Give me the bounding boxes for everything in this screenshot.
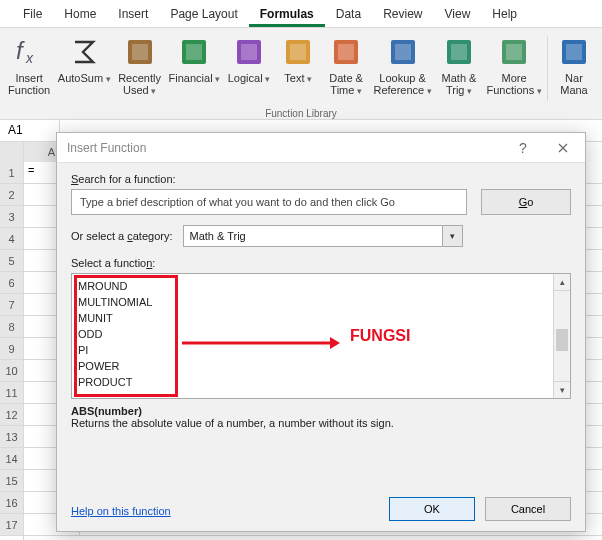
- recently-used-button[interactable]: Recently Used: [114, 32, 165, 119]
- financial-label: Financial: [169, 72, 221, 85]
- row-header[interactable]: 4: [0, 228, 23, 250]
- help-link[interactable]: Help on this function: [71, 505, 171, 517]
- go-button[interactable]: Go: [481, 189, 571, 215]
- function-list-item[interactable]: PI: [78, 342, 547, 358]
- financial-icon: [176, 34, 212, 70]
- financial-button[interactable]: Financial: [165, 32, 224, 119]
- row-header[interactable]: 3: [0, 206, 23, 228]
- insert-function-label: Insert Function: [8, 72, 50, 96]
- svg-rect-9: [290, 44, 306, 60]
- tab-insert[interactable]: Insert: [107, 3, 159, 27]
- recently-used-label: Recently Used: [118, 72, 161, 97]
- ribbon: fxInsert FunctionAutoSumRecently UsedFin…: [0, 28, 602, 120]
- dialog-titlebar: Insert Function ?: [57, 133, 585, 163]
- row-header[interactable]: 6: [0, 272, 23, 294]
- date-time-icon: [328, 34, 364, 70]
- dialog-close-button[interactable]: [543, 133, 583, 163]
- row-header[interactable]: 12: [0, 404, 23, 426]
- name-box-input[interactable]: [6, 122, 53, 138]
- autosum-icon: [66, 34, 102, 70]
- logical-button[interactable]: Logical: [224, 32, 274, 119]
- cancel-button[interactable]: Cancel: [485, 497, 571, 521]
- svg-rect-17: [506, 44, 522, 60]
- autosum-button[interactable]: AutoSum: [54, 32, 114, 119]
- tab-view[interactable]: View: [434, 3, 482, 27]
- dialog-help-button[interactable]: ?: [503, 133, 543, 163]
- tab-home[interactable]: Home: [53, 3, 107, 27]
- more-functions-button[interactable]: More Functions: [483, 32, 545, 119]
- math-trig-button[interactable]: Math & Trig: [435, 32, 483, 119]
- function-list-item[interactable]: MUNIT: [78, 310, 547, 326]
- row-header[interactable]: 1: [0, 162, 23, 184]
- logical-label: Logical: [228, 72, 270, 85]
- function-description: Returns the absolute value of a number, …: [71, 417, 571, 429]
- tab-review[interactable]: Review: [372, 3, 433, 27]
- function-list-item[interactable]: POWER: [78, 358, 547, 374]
- recently-used-icon: [122, 34, 158, 70]
- row-header[interactable]: 14: [0, 448, 23, 470]
- search-input[interactable]: Type a brief description of what you wan…: [71, 189, 467, 215]
- text-icon: [280, 34, 316, 70]
- category-label: Or select a category:: [71, 230, 173, 242]
- row-header[interactable]: 8: [0, 316, 23, 338]
- logical-icon: [231, 34, 267, 70]
- svg-rect-5: [186, 44, 202, 60]
- tab-formulas[interactable]: Formulas: [249, 3, 325, 27]
- listbox-scrollbar[interactable]: ▴ ▾: [553, 274, 570, 398]
- row-header[interactable]: 16: [0, 492, 23, 514]
- row-header[interactable]: 10: [0, 360, 23, 382]
- date-time-button[interactable]: Date & Time: [322, 32, 370, 119]
- svg-text:f: f: [16, 37, 25, 64]
- lookup-reference-button[interactable]: Lookup & Reference: [370, 32, 435, 119]
- lookup-reference-label: Lookup & Reference: [373, 72, 431, 97]
- function-list-item[interactable]: PRODUCT: [78, 374, 547, 390]
- scroll-down-arrow[interactable]: ▾: [554, 381, 570, 398]
- function-listbox[interactable]: MROUNDMULTINOMIALMUNITODDPIPOWERPRODUCT …: [71, 273, 571, 399]
- row-header[interactable]: 17: [0, 514, 23, 536]
- text-label: Text: [284, 72, 312, 85]
- category-select[interactable]: Math & Trig ▾: [183, 225, 463, 247]
- select-all-corner[interactable]: [0, 142, 24, 162]
- row-header[interactable]: 15: [0, 470, 23, 492]
- tab-page-layout[interactable]: Page Layout: [159, 3, 248, 27]
- svg-rect-3: [132, 44, 148, 60]
- dialog-title: Insert Function: [67, 141, 146, 155]
- scroll-thumb[interactable]: [556, 329, 568, 351]
- function-list-item[interactable]: MULTINOMIAL: [78, 294, 547, 310]
- row-header[interactable]: 2: [0, 184, 23, 206]
- chevron-down-icon: ▾: [442, 226, 462, 246]
- category-value: Math & Trig: [184, 227, 442, 245]
- function-list-item[interactable]: ODD: [78, 326, 547, 342]
- svg-rect-13: [395, 44, 411, 60]
- name-box[interactable]: [0, 120, 60, 141]
- scroll-up-arrow[interactable]: ▴: [554, 274, 570, 291]
- function-list-item[interactable]: MROUND: [78, 278, 547, 294]
- select-function-label: Select a function:: [71, 257, 571, 269]
- ribbon-tabs: FileHomeInsertPage LayoutFormulasDataRev…: [0, 0, 602, 28]
- lookup-reference-icon: [385, 34, 421, 70]
- insert-function-button[interactable]: fxInsert Function: [4, 32, 54, 119]
- name-manager-button[interactable]: Nar Mana: [550, 32, 598, 119]
- search-label: Search for a function:: [71, 173, 571, 185]
- tab-data[interactable]: Data: [325, 3, 372, 27]
- row-header[interactable]: 13: [0, 426, 23, 448]
- svg-rect-11: [338, 44, 354, 60]
- text-button[interactable]: Text: [274, 32, 322, 119]
- insert-function-icon: fx: [11, 34, 47, 70]
- function-signature: ABS(number): [71, 405, 571, 417]
- insert-function-dialog: Insert Function ? Search for a function:…: [56, 132, 586, 532]
- row-header[interactable]: 5: [0, 250, 23, 272]
- math-trig-label: Math & Trig: [442, 72, 477, 97]
- tab-help[interactable]: Help: [481, 3, 528, 27]
- row-headers: 1234567891011121314151617: [0, 162, 24, 540]
- ribbon-group-label: Function Library: [0, 108, 602, 119]
- row-header[interactable]: 11: [0, 382, 23, 404]
- row-header[interactable]: 7: [0, 294, 23, 316]
- svg-rect-7: [241, 44, 257, 60]
- svg-rect-15: [451, 44, 467, 60]
- svg-text:x: x: [25, 50, 34, 66]
- tab-file[interactable]: File: [12, 3, 53, 27]
- more-functions-label: More Functions: [486, 72, 541, 97]
- ok-button[interactable]: OK: [389, 497, 475, 521]
- row-header[interactable]: 9: [0, 338, 23, 360]
